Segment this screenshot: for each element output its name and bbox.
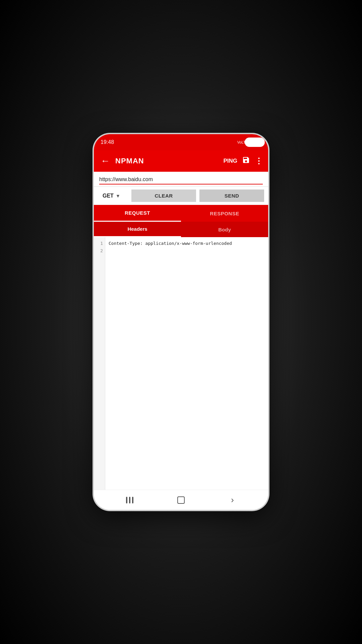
recent-apps-icon xyxy=(126,497,133,503)
line-number-2: 2 xyxy=(100,247,103,255)
nav-recent-button[interactable] xyxy=(122,492,138,508)
ping-button[interactable]: PING xyxy=(223,158,237,164)
editor-area: 1 2 Content-Type: application/x-www-form… xyxy=(94,237,268,490)
send-button[interactable]: SEND xyxy=(199,190,264,202)
clear-button[interactable]: CLEAR xyxy=(131,190,196,202)
tab-request[interactable]: REQUEST xyxy=(94,205,181,222)
status-bar: 19:48 VoLTE 4G LTE xyxy=(94,134,268,150)
method-row: GET ▼ CLEAR SEND xyxy=(94,187,268,205)
line-numbers: 1 2 xyxy=(94,237,105,490)
back-button[interactable]: ← xyxy=(99,154,111,168)
editor-line-1: Content-Type: application/x-www-form-url… xyxy=(109,240,265,247)
method-value: GET xyxy=(103,193,114,199)
battery-pill xyxy=(245,138,265,147)
method-select[interactable]: GET ▼ xyxy=(98,190,128,202)
toolbar: ← NPMAN PING ⋮ xyxy=(94,150,268,172)
nav-bar: ‹ xyxy=(94,490,268,510)
dropdown-arrow-icon: ▼ xyxy=(116,193,120,199)
tab-headers[interactable]: Headers xyxy=(94,222,181,237)
url-bar xyxy=(94,172,268,187)
more-options-button[interactable]: ⋮ xyxy=(255,156,263,166)
main-tabs: REQUEST RESPONSE xyxy=(94,205,268,222)
nav-home-button[interactable] xyxy=(173,492,189,508)
tab-body[interactable]: Body xyxy=(181,222,268,237)
home-icon xyxy=(177,496,185,504)
line-number-1: 1 xyxy=(100,240,103,247)
nav-back-button[interactable]: ‹ xyxy=(224,492,240,508)
toolbar-actions: PING ⋮ xyxy=(223,156,263,166)
phone-frame: 19:48 VoLTE 4G LTE ← NPMAN PING ⋮ GET ▼ … xyxy=(94,134,268,510)
tab-response[interactable]: RESPONSE xyxy=(181,205,268,222)
save-button[interactable] xyxy=(242,156,250,166)
url-input[interactable] xyxy=(99,175,263,184)
status-time: 19:48 xyxy=(101,139,114,145)
back-nav-icon: ‹ xyxy=(231,495,234,505)
editor-content[interactable]: Content-Type: application/x-www-form-url… xyxy=(105,237,268,490)
app-title: NPMAN xyxy=(115,157,219,165)
sub-tabs: Headers Body xyxy=(94,222,268,237)
